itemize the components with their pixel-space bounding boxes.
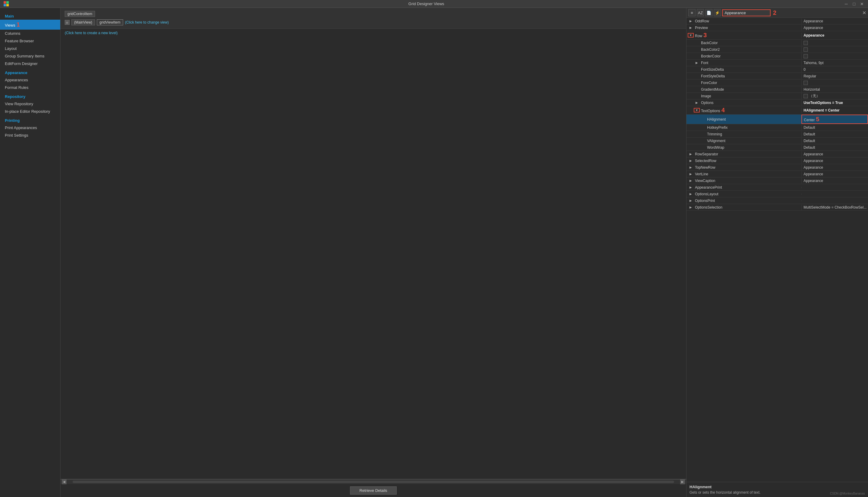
sidebar-item-in-place-editor-repository[interactable]: In-place Editor Repository	[0, 108, 60, 115]
prop-value[interactable]: Appearance	[801, 178, 868, 184]
sidebar-item-layout[interactable]: Layout	[0, 45, 60, 52]
close-button[interactable]: ✕	[859, 1, 864, 6]
prop-name: Image	[700, 94, 801, 99]
change-view-link[interactable]: (Click here to change view)	[125, 20, 169, 25]
prop-row[interactable]: FontStyleDeltaRegular	[687, 73, 868, 80]
prop-value[interactable]: Default	[801, 138, 868, 144]
prop-expand-button[interactable]: ▶	[688, 199, 694, 202]
prop-value[interactable]: Appearance	[801, 165, 868, 170]
prop-row[interactable]: ▶ViewCaptionAppearance	[687, 178, 868, 184]
prop-value[interactable]	[801, 80, 868, 86]
prop-value[interactable]: 0	[801, 67, 868, 72]
prop-row[interactable]: GradientModeHorizontal	[687, 86, 868, 93]
prop-value[interactable]	[801, 53, 868, 59]
prop-value[interactable]	[801, 200, 868, 201]
prop-value[interactable]: Default	[801, 145, 868, 150]
prop-expand-button[interactable]: ▶	[688, 166, 694, 169]
prop-row[interactable]: ▶OptionsLayout	[687, 191, 868, 197]
prop-value[interactable]: UseTextOptions = True	[801, 100, 868, 105]
prop-row[interactable]: ▶PreviewAppearance	[687, 25, 868, 31]
prop-value[interactable]: Regular	[801, 73, 868, 79]
toolbar-lightning-button[interactable]: ⚡	[714, 9, 721, 16]
prop-row[interactable]: WordWrapDefault	[687, 144, 868, 151]
prop-row[interactable]: ▼Row3Appearance	[687, 31, 868, 40]
prop-expand-button[interactable]: ▶	[694, 61, 700, 65]
prop-value[interactable]: Appearance	[801, 171, 868, 177]
prop-expand-button[interactable]: ▼	[694, 108, 700, 112]
prop-value[interactable]: Center5	[801, 115, 868, 124]
prop-name: WordWrap	[706, 145, 801, 150]
toolbar-sort-button[interactable]: AZ	[697, 9, 704, 16]
prop-row[interactable]: Image（无）	[687, 93, 868, 99]
prop-row[interactable]: ▶OddRowAppearance	[687, 18, 868, 25]
prop-value[interactable]: Default	[801, 125, 868, 130]
prop-row[interactable]: BackColor2	[687, 46, 868, 53]
scroll-left-arrow[interactable]: ◀	[62, 480, 67, 484]
sidebar-item-view-repository[interactable]: View Repository	[0, 100, 60, 108]
prop-expand-button[interactable]: ▶	[694, 101, 700, 104]
prop-expand-button[interactable]: ▶	[688, 19, 694, 23]
prop-value[interactable]: Default	[801, 131, 868, 137]
prop-value[interactable]	[801, 46, 868, 52]
prop-row[interactable]: BackColor	[687, 40, 868, 46]
prop-value[interactable]: Horizontal	[801, 87, 868, 92]
prop-expand-button[interactable]: ▶	[688, 26, 694, 29]
sidebar-item-columns[interactable]: Columns	[0, 30, 60, 37]
prop-row[interactable]: ▶AppearancePrint	[687, 184, 868, 191]
maximize-button[interactable]: □	[852, 1, 856, 6]
sidebar-item-views[interactable]: Views1	[0, 20, 60, 30]
prop-expand-button[interactable]: ▶	[688, 172, 694, 176]
prop-row[interactable]: ▼TextOptions4HAlignment = Center	[687, 106, 868, 115]
sidebar-item-print-settings[interactable]: Print Settings	[0, 131, 60, 139]
prop-row[interactable]: BorderColor	[687, 53, 868, 59]
toolbar-page-button[interactable]: 📄	[705, 9, 713, 16]
prop-expand-button[interactable]: ▶	[688, 159, 694, 162]
prop-row[interactable]: ▶OptionsPrint	[687, 197, 868, 204]
toolbar-properties-button[interactable]: ≡	[688, 9, 695, 16]
prop-value[interactable]	[801, 194, 868, 195]
prop-value[interactable]	[801, 40, 868, 46]
prop-row[interactable]: TrimmingDefault	[687, 131, 868, 138]
appearance-search-input[interactable]	[722, 9, 771, 16]
new-level-link[interactable]: (Click here to create a new level)	[65, 31, 118, 35]
prop-value[interactable]	[801, 187, 868, 188]
prop-row[interactable]: ▶TopNewRowAppearance	[687, 164, 868, 171]
prop-value[interactable]: MultiSelectMode = CheckBoxRowSel...	[801, 205, 868, 210]
prop-row[interactable]: HotkeyPrefixDefault	[687, 124, 868, 131]
prop-row[interactable]: ▶VertLineAppearance	[687, 171, 868, 178]
prop-value[interactable]: HAlignment = Center	[801, 108, 868, 113]
prop-help-name: HAlignment	[689, 485, 865, 489]
prop-row[interactable]: ▶SelectedRowAppearance	[687, 157, 868, 164]
prop-row[interactable]: FontSizeDelta0	[687, 66, 868, 73]
prop-row[interactable]: ▶OptionsUseTextOptions = True	[687, 99, 868, 106]
prop-value[interactable]: Appearance	[801, 158, 868, 164]
prop-expand-button[interactable]: ▼	[688, 33, 694, 38]
search-close-button[interactable]: ✕	[862, 10, 866, 16]
prop-value[interactable]: （无）	[801, 93, 868, 99]
prop-row[interactable]: HAlignmentCenter5	[687, 115, 868, 124]
sidebar-item-feature-browser[interactable]: Feature Browser	[0, 37, 60, 45]
prop-row[interactable]: ▶RowSeparatorAppearance	[687, 151, 868, 157]
prop-expand-button[interactable]: ▶	[688, 205, 694, 209]
prop-value[interactable]: Appearance	[801, 152, 868, 157]
prop-value[interactable]: Appearance	[801, 18, 868, 24]
minimize-button[interactable]: ─	[844, 1, 849, 6]
prop-row[interactable]: ForeColor	[687, 80, 868, 86]
scroll-right-arrow[interactable]: ▶	[680, 480, 685, 484]
prop-value[interactable]: Appearance	[801, 33, 868, 38]
prop-expand-button[interactable]: ▶	[688, 179, 694, 182]
sidebar-item-editform-designer[interactable]: EditForm Designer	[0, 60, 60, 67]
sidebar-item-group-summary-items[interactable]: Group Summary Items	[0, 52, 60, 60]
prop-expand-button[interactable]: ▶	[688, 192, 694, 196]
prop-expand-button[interactable]: ▶	[688, 186, 694, 189]
prop-row[interactable]: ▶FontTahoma, 9pt	[687, 59, 868, 66]
sidebar-item-appearances[interactable]: Appearances	[0, 76, 60, 84]
sidebar-item-format-rules[interactable]: Format Rules	[0, 84, 60, 91]
prop-row[interactable]: ▶OptionsSelectionMultiSelectMode = Check…	[687, 204, 868, 211]
prop-value[interactable]: Tahoma, 9pt	[801, 60, 868, 66]
retrieve-details-button[interactable]: Retrieve Details	[350, 486, 397, 495]
prop-value[interactable]: Appearance	[801, 25, 868, 30]
prop-row[interactable]: VAlignmentDefault	[687, 138, 868, 144]
prop-expand-button[interactable]: ▶	[688, 152, 694, 156]
sidebar-item-print-appearances[interactable]: Print Appearances	[0, 124, 60, 131]
